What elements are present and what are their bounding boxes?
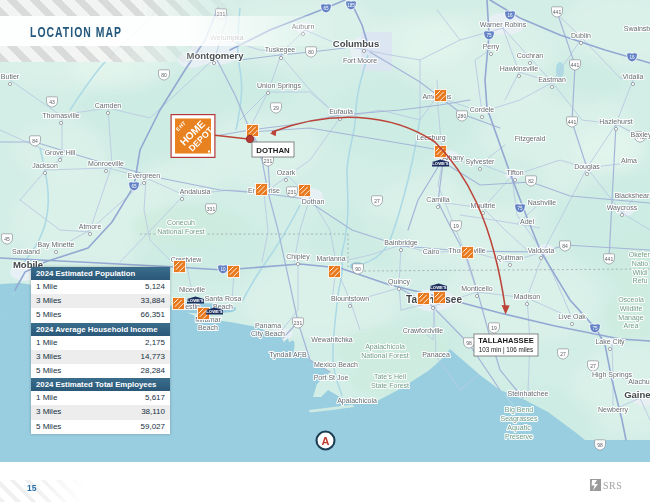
svg-text:Leesburg: Leesburg	[416, 134, 445, 142]
svg-text:Panacea: Panacea	[422, 351, 450, 358]
svg-text:Moultrie: Moultrie	[471, 202, 496, 209]
svg-text:Monroeville: Monroeville	[88, 160, 124, 167]
svg-text:441: 441	[553, 9, 562, 15]
svg-text:Fitzgerald: Fitzgerald	[515, 135, 546, 143]
svg-text:441: 441	[605, 256, 614, 262]
svg-text:185: 185	[347, 3, 355, 8]
svg-text:Camden: Camden	[95, 102, 122, 109]
svg-text:Crawfordville: Crawfordville	[403, 327, 444, 334]
svg-text:Eufaula: Eufaula	[329, 108, 353, 115]
svg-text:Nashville: Nashville	[528, 199, 557, 206]
svg-text:27: 27	[590, 363, 596, 369]
svg-text:27: 27	[560, 351, 566, 357]
svg-text:82: 82	[528, 178, 534, 184]
svg-text:National Forest: National Forest	[361, 352, 409, 359]
svg-text:84: 84	[562, 243, 568, 249]
svg-text:Okefen: Okefen	[629, 251, 650, 258]
svg-text:Bay Minette: Bay Minette	[38, 241, 75, 249]
svg-text:State Forest: State Forest	[371, 382, 409, 389]
svg-text:441: 441	[568, 119, 577, 125]
svg-text:Cairo: Cairo	[423, 248, 440, 255]
svg-text:80: 80	[308, 49, 314, 55]
svg-text:Swainsb: Swainsb	[624, 25, 650, 32]
svg-text:Santa Rosa: Santa Rosa	[205, 295, 242, 302]
svg-text:Valdosta: Valdosta	[528, 247, 555, 254]
svg-text:Blackshear: Blackshear	[615, 192, 650, 199]
svg-text:SRS: SRS	[603, 480, 622, 491]
svg-text:Bainbridge: Bainbridge	[384, 239, 418, 247]
svg-text:Area: Area	[624, 322, 639, 329]
svg-text:Blountstown: Blountstown	[331, 295, 369, 302]
svg-text:Natio: Natio	[632, 260, 648, 267]
svg-text:280: 280	[458, 113, 467, 119]
svg-text:65: 65	[323, 6, 329, 11]
svg-text:Chipley: Chipley	[286, 253, 310, 261]
svg-text:Refu: Refu	[633, 277, 648, 284]
svg-text:Adel: Adel	[520, 218, 534, 225]
svg-text:Apalachicola: Apalachicola	[365, 343, 405, 351]
svg-text:Wildl: Wildl	[632, 269, 648, 276]
svg-text:80: 80	[161, 72, 167, 78]
svg-text:National Forest: National Forest	[157, 228, 205, 235]
svg-text:Baxley: Baxley	[630, 131, 650, 139]
svg-text:27: 27	[374, 198, 380, 204]
svg-text:Evergreen: Evergreen	[128, 172, 160, 180]
svg-text:Live Oak: Live Oak	[558, 313, 586, 320]
svg-text:65: 65	[131, 184, 137, 189]
svg-text:Hawkinsville: Hawkinsville	[500, 65, 539, 72]
svg-text:19: 19	[491, 325, 497, 331]
svg-text:DOTHAN: DOTHAN	[256, 146, 290, 155]
svg-text:75: 75	[517, 206, 523, 211]
svg-text:Cochran: Cochran	[517, 52, 544, 59]
svg-text:Niceville: Niceville	[179, 286, 205, 293]
svg-text:Alachua: Alachua	[628, 378, 650, 385]
svg-text:Dothan: Dothan	[302, 198, 325, 205]
svg-text:98: 98	[597, 442, 603, 448]
svg-text:Steinhatchee: Steinhatchee	[508, 390, 549, 397]
svg-text:Monticello: Monticello	[461, 285, 493, 292]
svg-text:Mexico Beach: Mexico Beach	[314, 361, 358, 368]
svg-text:Douglas: Douglas	[574, 163, 600, 171]
svg-text:Eastman: Eastman	[538, 76, 566, 83]
svg-text:Big Bend: Big Bend	[505, 406, 534, 414]
svg-text:Manage: Manage	[618, 314, 643, 322]
svg-text:Butler: Butler	[1, 73, 20, 80]
svg-text:Tuskegee: Tuskegee	[265, 46, 296, 54]
svg-text:TALLAHASSEE: TALLAHASSEE	[478, 336, 534, 345]
svg-text:Port St Joe: Port St Joe	[314, 374, 349, 381]
svg-text:Camilla: Camilla	[426, 196, 449, 203]
svg-text:Fort Moore: Fort Moore	[343, 57, 377, 64]
svg-text:Marianna: Marianna	[316, 255, 345, 262]
svg-text:29: 29	[273, 105, 279, 111]
svg-text:Panama: Panama	[255, 322, 281, 329]
svg-text:Ozark: Ozark	[277, 169, 296, 176]
svg-text:90: 90	[355, 266, 361, 272]
svg-text:Wildlife: Wildlife	[620, 305, 643, 312]
svg-text:75: 75	[486, 33, 492, 38]
svg-text:Madison: Madison	[514, 293, 541, 300]
svg-text:Wewahitchka: Wewahitchka	[311, 336, 353, 343]
svg-text:High Springs: High Springs	[592, 371, 633, 379]
svg-text:Tyndall AFB: Tyndall AFB	[269, 351, 307, 359]
svg-text:Andalusia: Andalusia	[180, 188, 211, 195]
svg-text:Apalachicola: Apalachicola	[337, 397, 377, 405]
svg-text:City Beach: City Beach	[251, 330, 285, 338]
svg-text:Quincy: Quincy	[388, 278, 410, 286]
svg-text:Beach: Beach	[198, 324, 218, 331]
svg-text:Union Springs: Union Springs	[257, 82, 301, 90]
svg-text:Lake City: Lake City	[595, 338, 625, 346]
svg-text:Grove Hill: Grove Hill	[45, 149, 76, 156]
svg-text:Atmore: Atmore	[79, 223, 102, 230]
svg-text:Preserve: Preserve	[505, 433, 533, 440]
svg-text:Saraland: Saraland	[12, 248, 40, 255]
svg-text:Perry: Perry	[483, 43, 500, 51]
svg-text:Waycross: Waycross	[607, 204, 638, 212]
svg-text:Tate's Hell: Tate's Hell	[374, 373, 407, 380]
svg-text:45: 45	[4, 236, 10, 242]
svg-text:Hazlehurst: Hazlehurst	[599, 118, 633, 125]
svg-text:A: A	[322, 435, 330, 447]
svg-text:Gaines: Gaines	[624, 389, 650, 400]
svg-text:19: 19	[453, 223, 459, 229]
svg-text:84: 84	[32, 138, 38, 144]
svg-text:10: 10	[220, 267, 226, 272]
